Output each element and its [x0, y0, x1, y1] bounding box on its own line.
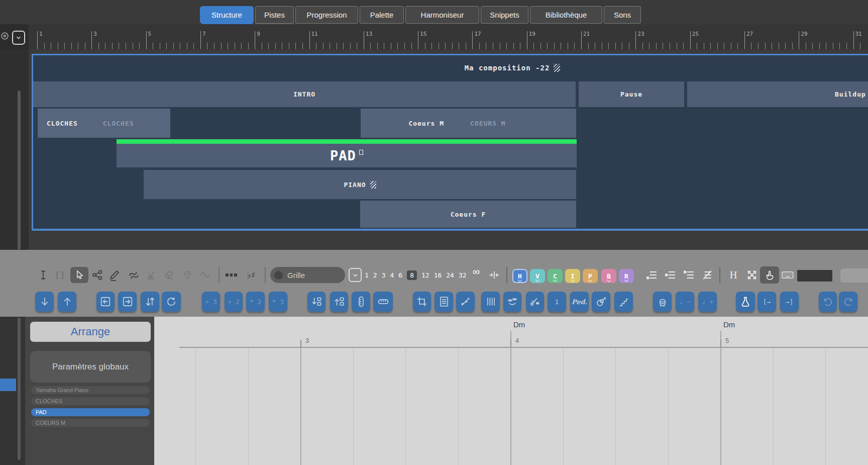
crop-button[interactable]	[413, 292, 431, 312]
keyboard-icon[interactable]	[779, 268, 796, 282]
phrase-coeurs-m[interactable]: Coeurs M COEURS M	[361, 109, 576, 138]
snap-together-icon[interactable]	[487, 268, 502, 282]
tab-bibliotheque[interactable]: Bibliothèque	[530, 6, 602, 24]
arrange-button[interactable]: Arrange	[30, 322, 151, 342]
dots-menu-icon[interactable]	[226, 268, 239, 282]
flat-sharp-icon[interactable]: ♭♯	[246, 268, 257, 282]
ruler-vertical-button[interactable]	[352, 292, 370, 312]
track-item-pad[interactable]: PAD	[31, 408, 150, 416]
tab-pistes[interactable]: Pistes	[255, 6, 294, 24]
wave-icon[interactable]	[197, 268, 213, 282]
redo-button[interactable]	[839, 292, 857, 312]
lane-button-p[interactable]: P	[583, 269, 598, 283]
scissors-icon[interactable]	[145, 268, 159, 282]
touch-mode-button[interactable]	[760, 266, 779, 284]
divide-2-button[interactable]: ÷ 2	[225, 292, 243, 312]
align-top-icon[interactable]	[682, 268, 696, 282]
grid-bars-button[interactable]	[481, 292, 500, 312]
lane-button-v[interactable]: V	[530, 269, 545, 283]
lane-button-r[interactable]: R	[619, 269, 634, 283]
duration-option[interactable]: 6	[398, 271, 402, 279]
track-item-cloches[interactable]: CLOCHES	[31, 397, 150, 405]
duration-option[interactable]: 1	[365, 271, 369, 279]
grid-mode-selector[interactable]: Grille	[270, 267, 345, 283]
duration-option[interactable]: 4	[390, 271, 394, 279]
composition-block[interactable]: Ma composition -22 INTRO Pause Buildup C…	[32, 54, 868, 231]
multiply-2-button[interactable]: * 2	[246, 292, 265, 312]
vertical-scrollbar[interactable]	[18, 318, 21, 460]
section-pause[interactable]: Pause	[579, 81, 684, 107]
shift-down-button[interactable]	[35, 292, 54, 312]
phrase-pad[interactable]: PAD	[117, 144, 577, 167]
move-right-button[interactable]	[118, 292, 137, 312]
align-none-icon[interactable]	[700, 268, 714, 282]
lane-button-b[interactable]: B	[601, 269, 616, 283]
legato-button[interactable]	[503, 292, 521, 312]
swap-phrases-button[interactable]	[141, 292, 159, 312]
duration-option[interactable]: 24	[446, 271, 454, 279]
composition-title-row[interactable]: Ma composition -22	[417, 55, 608, 80]
align-middle-icon[interactable]	[663, 268, 677, 282]
tab-palette[interactable]: Palette	[360, 6, 404, 24]
align-bottom-icon[interactable]	[644, 268, 659, 282]
infinity-icon[interactable]: ∞	[473, 266, 480, 277]
phrase-piano[interactable]: PIANO	[144, 170, 576, 199]
ear-icon[interactable]	[181, 268, 194, 282]
insert-above-button[interactable]	[330, 292, 348, 312]
section-intro[interactable]: INTRO	[33, 81, 576, 107]
pencil-icon[interactable]	[106, 268, 123, 282]
duration-option[interactable]: 16	[434, 271, 442, 279]
duration-option[interactable]: 2	[373, 271, 377, 279]
value-display-field[interactable]	[797, 270, 832, 282]
arpeggio-button[interactable]	[614, 292, 633, 312]
cut-phrase-button[interactable]	[526, 292, 544, 312]
grid-dropdown-button[interactable]	[349, 268, 362, 282]
phrase-cloches[interactable]: CLOCHES CLOCHES	[38, 109, 170, 138]
tab-structure[interactable]: Structure	[200, 6, 254, 24]
tab-snippets[interactable]: Snippets	[481, 6, 528, 24]
reload-button[interactable]	[162, 292, 181, 312]
phrase-coeurs-f[interactable]: Coeurs F	[360, 201, 576, 228]
section-buildup[interactable]: Buildup	[687, 81, 868, 107]
expand-all-icon[interactable]	[744, 268, 759, 282]
divide-3-button[interactable]: ÷ 3	[202, 292, 220, 312]
multi-draw-icon[interactable]	[126, 268, 142, 282]
duration-option[interactable]: 32	[459, 271, 467, 279]
eraser-icon[interactable]	[162, 268, 176, 282]
tab-sons[interactable]: Sons	[604, 6, 641, 24]
one-shot-button[interactable]: 1	[548, 292, 566, 312]
track-item-coeurs-m[interactable]: COEURS M	[31, 419, 150, 427]
split-notes-button[interactable]	[456, 292, 475, 312]
lane-button-h[interactable]: H	[512, 269, 527, 283]
move-left-button[interactable]	[96, 292, 115, 312]
tab-harmoniseur[interactable]: Harmoniseur	[405, 6, 479, 24]
lane-button-i[interactable]: I	[565, 269, 580, 283]
global-params-button[interactable]: Paramètres globaux	[30, 351, 151, 383]
hide-letter-icon[interactable]: H	[727, 268, 740, 282]
phrase-editor-grid[interactable]: 345DmDm	[154, 317, 868, 465]
edge-button[interactable]	[840, 268, 868, 283]
insert-below-button[interactable]	[307, 292, 325, 312]
note-longer-button[interactable]: ♩ +	[698, 292, 717, 312]
extend-end-button[interactable]: →]	[780, 292, 799, 312]
selected-track-indicator[interactable]	[0, 379, 16, 391]
multiply-3-button[interactable]: * 3	[269, 292, 287, 312]
duration-option[interactable]: 3	[382, 271, 386, 279]
tab-progression[interactable]: Progression	[295, 6, 358, 24]
vertical-scrollbar[interactable]	[18, 90, 21, 250]
shift-up-button[interactable]	[58, 292, 76, 312]
brackets-icon[interactable]: [ ]	[52, 268, 67, 282]
render-button[interactable]	[653, 292, 672, 312]
guitar-button[interactable]	[592, 292, 610, 312]
note-shorter-button[interactable]: ♩ −	[676, 292, 694, 312]
chord-label[interactable]: Dm	[723, 320, 735, 329]
timeline-ruler[interactable]: 135791113151719212325272931	[29, 24, 868, 50]
ruler-horizontal-button[interactable]	[373, 292, 393, 312]
pedal-button[interactable]: Ped.	[570, 292, 589, 312]
share-nodes-icon[interactable]	[90, 268, 104, 282]
lane-button-c[interactable]: C	[548, 269, 563, 283]
duration-option[interactable]: 12	[421, 271, 429, 279]
chord-label[interactable]: Dm	[513, 320, 525, 329]
quantize-button[interactable]	[435, 292, 453, 312]
text-cursor-icon[interactable]	[37, 268, 49, 282]
